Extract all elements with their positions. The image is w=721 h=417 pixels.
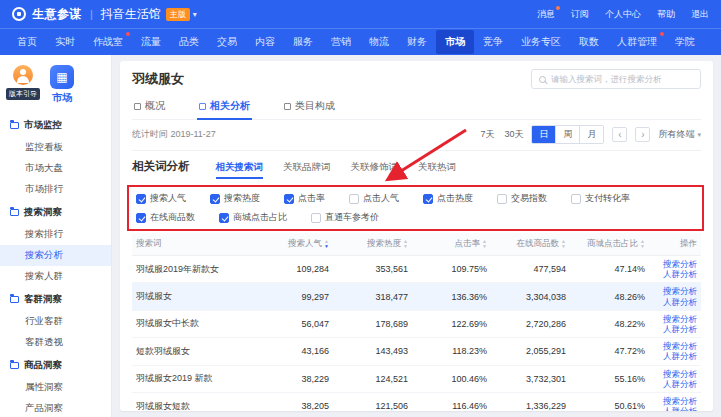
nav-item-9[interactable]: 物流 [360,30,398,54]
subtab-1[interactable]: 关联品牌词 [283,161,331,179]
search-analysis-link[interactable]: 搜索分析 [653,396,697,406]
keyword-cell: 短款羽绒服女 [132,338,254,365]
prev-button[interactable]: ‹ [612,127,627,142]
topbar-link-1[interactable]: 订阅 [571,8,589,21]
tab-2[interactable]: 类目构成 [282,96,337,119]
audience-analysis-link[interactable]: 人群分析 [653,379,697,389]
subtab-0[interactable]: 相关搜索词 [216,161,264,179]
checkbox-label: 直通车参考价 [325,211,379,224]
metric-checkbox-0-1[interactable]: 搜索热度 [210,192,260,205]
table-row-5: 羽绒服女短款38,205121,506116.46%1,336,22950.61… [132,392,701,411]
nav-item-10[interactable]: 财务 [398,30,436,54]
sort-icon: ▲▼ [403,239,408,248]
audience-analysis-link[interactable]: 人群分析 [653,269,697,279]
nav-item-15[interactable]: 人群管理 [608,30,666,54]
sidebar-item-3-1[interactable]: 产品洞察 [0,398,111,417]
period-option-0[interactable]: 日 [532,126,555,143]
nav-item-6[interactable]: 内容 [246,30,284,54]
sidebar-item-0-0[interactable]: 监控看板 [0,137,111,158]
search-analysis-link[interactable]: 搜索分析 [653,286,697,296]
product-name[interactable]: 抖音生活馆 [101,6,161,23]
tab-0[interactable]: 概况 [132,96,167,119]
sidebar-item-3-0[interactable]: 属性洞察 [0,377,111,398]
market-module-icon[interactable]: ▦ [50,65,74,89]
topbar-link-2[interactable]: 个人中心 [605,8,641,21]
nav-item-2[interactable]: 作战室 [84,30,132,54]
stats-time-label: 统计时间 2019-11-27 [132,128,216,141]
audience-analysis-link[interactable]: 人群分析 [653,324,697,334]
audience-analysis-link[interactable]: 人群分析 [653,297,697,307]
nav-item-0[interactable]: 首页 [8,30,46,54]
nav-item-4[interactable]: 品类 [170,30,208,54]
column-header-5[interactable]: 商城点击占比▲▼ [570,233,649,256]
nav-item-14[interactable]: 取数 [570,30,608,54]
table-row-0: 羽绒服2019年新款女109,284353,561109.75%477,5944… [132,256,701,283]
chevron-down-icon[interactable]: ▾ [193,10,197,19]
metric-checkbox-0-2[interactable]: 点击率 [284,192,325,205]
nav-item-12[interactable]: 竞争 [474,30,512,54]
metric-checkbox-1-0[interactable]: 在线商品数 [136,211,195,224]
sidebar-item-0-2[interactable]: 市场排行 [0,179,111,200]
column-label: 搜索词 [136,238,162,248]
search-analysis-link[interactable]: 搜索分析 [653,314,697,324]
metric-checkbox-0-3[interactable]: 点击人气 [349,192,399,205]
brand-logo-icon [12,7,26,21]
metric-filter-row-1: 在线商品数商城点击占比直通车参考价 [134,208,699,227]
period-option-2[interactable]: 月 [579,126,603,143]
range-button-0[interactable]: 7天 [480,128,494,141]
nav-item-label: 学院 [675,36,695,47]
sidebar-item-2-1[interactable]: 客群透视 [0,332,111,353]
column-header-3[interactable]: 点击率▲▼ [412,233,491,256]
sidebar-item-2-0[interactable]: 行业客群 [0,311,111,332]
nav-item-1[interactable]: 实时 [46,30,84,54]
topbar-link-3[interactable]: 帮助 [657,8,675,21]
audience-analysis-link[interactable]: 人群分析 [653,406,697,411]
topbar-link-0[interactable]: 消息 [537,8,555,21]
avatar[interactable] [13,65,33,85]
tab-1[interactable]: 相关分析 [197,96,252,119]
period-option-1[interactable]: 周 [555,126,579,143]
sidebar-item-0-1[interactable]: 市场大盘 [0,158,111,179]
nav-item-5[interactable]: 交易 [208,30,246,54]
metric-checkbox-0-4[interactable]: 点击热度 [423,192,473,205]
subtab-3[interactable]: 关联热词 [418,161,456,179]
search-input[interactable] [551,74,693,84]
sidebar-item-1-2[interactable]: 搜索人群 [0,266,111,287]
column-header-2[interactable]: 搜索热度▲▼ [333,233,412,256]
nav-item-8[interactable]: 营销 [322,30,360,54]
tab-icon [134,103,141,110]
metric-checkbox-0-5[interactable]: 交易指数 [497,192,547,205]
column-header-6[interactable]: 操作 [649,233,701,256]
nav-item-7[interactable]: 服务 [284,30,322,54]
nav-item-13[interactable]: 业务专区 [512,30,570,54]
column-header-4[interactable]: 在线商品数▲▼ [491,233,570,256]
search-analysis-link[interactable]: 搜索分析 [653,369,697,379]
value-cell: 38,205 [254,392,333,411]
version-guide-badge[interactable]: 版本引导 [6,88,40,100]
search-analysis-link[interactable]: 搜索分析 [653,341,697,351]
value-cell: 48.22% [570,310,649,337]
search-box[interactable] [531,69,701,89]
value-cell: 2,055,291 [491,338,570,365]
nav-item-16[interactable]: 学院 [666,30,704,54]
nav-item-label: 取数 [579,36,599,47]
next-button[interactable]: › [635,127,650,142]
nav-item-label: 流量 [141,36,161,47]
range-button-1[interactable]: 30天 [504,128,523,141]
metric-checkbox-1-2[interactable]: 直通车参考价 [311,211,379,224]
search-analysis-link[interactable]: 搜索分析 [653,259,697,269]
topbar-link-4[interactable]: 退出 [691,8,709,21]
metric-checkbox-1-1[interactable]: 商城点击占比 [219,211,287,224]
metric-checkbox-0-0[interactable]: 搜索人气 [136,192,186,205]
column-header-1[interactable]: 搜索人气▲▼ [254,233,333,256]
terminal-filter[interactable]: 所有终端 ▾ [658,128,701,141]
sidebar-item-1-1[interactable]: 搜索分析 [0,245,111,266]
keyword-cell: 羽绒服女2019 新款 [132,365,254,392]
nav-item-3[interactable]: 流量 [132,30,170,54]
column-header-0[interactable]: 搜索词 [132,233,254,256]
subtab-2[interactable]: 关联修饰词 [351,161,399,179]
sidebar-item-1-0[interactable]: 搜索排行 [0,224,111,245]
metric-checkbox-0-6[interactable]: 支付转化率 [571,192,630,205]
audience-analysis-link[interactable]: 人群分析 [653,351,697,361]
nav-item-11[interactable]: 市场 [436,30,474,54]
